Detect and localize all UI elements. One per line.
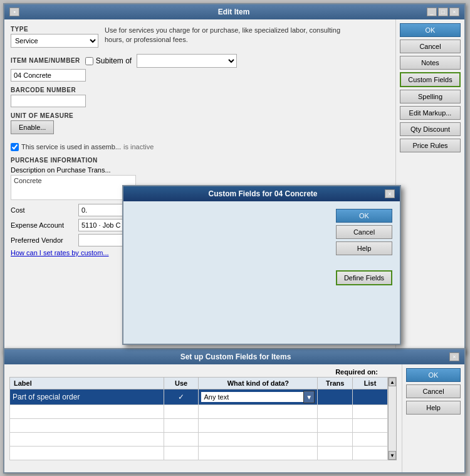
- type-row: TYPE Service Use for services you charge…: [11, 26, 389, 48]
- enable-uom-button[interactable]: Enable...: [11, 120, 54, 134]
- table-row[interactable]: [10, 419, 388, 433]
- row3-datatype[interactable]: [199, 419, 318, 433]
- type-select[interactable]: Service: [11, 34, 98, 48]
- table-row[interactable]: Part of special order ✓ Any text ▼: [10, 389, 388, 405]
- assembly-checkbox[interactable]: [11, 143, 19, 151]
- type-label: TYPE: [11, 26, 98, 33]
- cancel-button[interactable]: Cancel: [400, 40, 461, 53]
- setup-close-btn[interactable]: ×: [449, 352, 459, 361]
- row5-label[interactable]: [10, 447, 164, 460]
- row1-use[interactable]: ✓: [164, 389, 199, 405]
- cf-cancel-button[interactable]: Cancel: [336, 225, 392, 239]
- table-row[interactable]: [10, 405, 388, 419]
- barcode-input[interactable]: [11, 95, 86, 107]
- cost-input[interactable]: [78, 204, 128, 216]
- row3-trans[interactable]: [318, 419, 353, 433]
- setup-titlebar: Set up Custom Fields for Items ×: [4, 349, 464, 364]
- table-scrollbar[interactable]: ▲ ▼: [388, 377, 397, 460]
- required-on-label: Required on:: [335, 368, 378, 376]
- row2-label[interactable]: [10, 405, 164, 419]
- scroll-down-btn[interactable]: ▼: [389, 451, 396, 460]
- row1-datatype[interactable]: Any text ▼: [199, 389, 318, 405]
- purchase-desc-value: Concrete: [11, 175, 136, 200]
- dialog-close-btn[interactable]: ×: [385, 189, 395, 198]
- assembly-text: This service is used in assemb...: [21, 143, 121, 151]
- spelling-button[interactable]: Spelling: [400, 90, 461, 103]
- setup-window-controls: ×: [449, 352, 459, 361]
- cf-ok-button[interactable]: OK: [336, 209, 392, 223]
- main-window-title: Edit Item: [41, 8, 427, 16]
- item-name-input[interactable]: [11, 69, 86, 82]
- row4-use[interactable]: [164, 433, 199, 447]
- inactive-text: is inactive: [123, 143, 154, 151]
- close-btn[interactable]: ×: [449, 8, 459, 16]
- row4-datatype[interactable]: [199, 433, 318, 447]
- setup-body: Required on: Label Use What kind of data…: [4, 364, 464, 472]
- row3-use[interactable]: [164, 419, 199, 433]
- expense-label: Expense Account: [11, 221, 73, 229]
- setup-cancel-button[interactable]: Cancel: [406, 384, 461, 398]
- type-description: Use for services you charge for or purch…: [105, 26, 343, 45]
- custom-fields-body: OK Cancel Help Define Fields: [123, 201, 400, 344]
- custom-fields-content: [131, 209, 330, 336]
- row4-list[interactable]: [353, 433, 388, 447]
- custom-fields-titlebar: Custom Fields for 04 Concrete ×: [123, 186, 400, 201]
- subitem-checkbox-label: Subitem of: [85, 56, 132, 65]
- any-text-dropdown-arrow[interactable]: ▼: [303, 391, 315, 403]
- row5-trans[interactable]: [318, 447, 353, 460]
- cf-help-button[interactable]: Help: [336, 241, 392, 255]
- any-text-value: Any text: [201, 392, 303, 402]
- subitem-checkbox[interactable]: [85, 57, 93, 65]
- row2-list[interactable]: [353, 405, 388, 419]
- row4-label[interactable]: [10, 433, 164, 447]
- row3-list[interactable]: [353, 419, 388, 433]
- define-fields-button[interactable]: Define Fields: [336, 270, 392, 285]
- minimize-btn[interactable]: _: [427, 8, 437, 16]
- cost-label: Cost: [11, 206, 73, 214]
- table-row[interactable]: [10, 447, 388, 460]
- table-wrapper: Label Use What kind of data? Trans List …: [9, 377, 397, 460]
- row5-list[interactable]: [353, 447, 388, 460]
- row1-trans[interactable]: [318, 389, 353, 405]
- trans-header: Trans: [318, 378, 353, 389]
- label-header: Label: [10, 378, 164, 389]
- barcode-label: Barcode Number: [11, 87, 389, 93]
- custom-fields-dialog-title: Custom Fields for 04 Concrete: [141, 189, 385, 198]
- row1-list[interactable]: [353, 389, 388, 405]
- maximize-btn[interactable]: □: [438, 8, 448, 16]
- custom-fields-button[interactable]: Custom Fields: [400, 72, 461, 87]
- qty-discount-button[interactable]: Qty Discount: [400, 122, 461, 136]
- barcode-row: Barcode Number: [11, 87, 389, 107]
- row1-label[interactable]: Part of special order: [10, 389, 164, 405]
- row3-label[interactable]: [10, 419, 164, 433]
- vendor-input[interactable]: [78, 234, 128, 246]
- purchase-desc-label: Description on Purchase Trans...: [11, 166, 389, 174]
- price-rules-button[interactable]: Price Rules: [400, 139, 461, 152]
- row4-trans[interactable]: [318, 433, 353, 447]
- row5-use[interactable]: [164, 447, 199, 460]
- uom-row: UNIT OF MEASURE Enable...: [11, 112, 389, 134]
- ok-button[interactable]: OK: [400, 23, 461, 37]
- edit-markup-button[interactable]: Edit Markup...: [400, 106, 461, 120]
- right-button-panel: OK Cancel Notes Custom Fields Spelling E…: [395, 19, 464, 353]
- custom-fields-buttons: OK Cancel Help Define Fields: [336, 209, 392, 336]
- uom-label: UNIT OF MEASURE: [11, 112, 389, 119]
- scroll-track: [389, 386, 396, 451]
- custom-fields-table: Label Use What kind of data? Trans List …: [9, 377, 388, 460]
- table-row[interactable]: [10, 433, 388, 447]
- subitem-label: Subitem of: [96, 56, 132, 65]
- expense-input[interactable]: [78, 219, 128, 231]
- row2-trans[interactable]: [318, 405, 353, 419]
- setup-ok-button[interactable]: OK: [406, 368, 461, 382]
- row2-use[interactable]: [164, 405, 199, 419]
- vendor-label: Preferred Vendor: [11, 236, 73, 244]
- subitem-select[interactable]: [137, 54, 237, 68]
- scroll-up-btn[interactable]: ▲: [389, 378, 396, 386]
- notes-button[interactable]: Notes: [400, 56, 461, 70]
- restore-icon[interactable]: ▪: [9, 8, 19, 16]
- row2-datatype[interactable]: [199, 405, 318, 419]
- row5-datatype[interactable]: [199, 447, 318, 460]
- setup-help-button[interactable]: Help: [406, 401, 461, 415]
- type-section: TYPE Service: [11, 26, 98, 48]
- purchase-info-label: PURCHASE INFORMATION: [11, 157, 389, 164]
